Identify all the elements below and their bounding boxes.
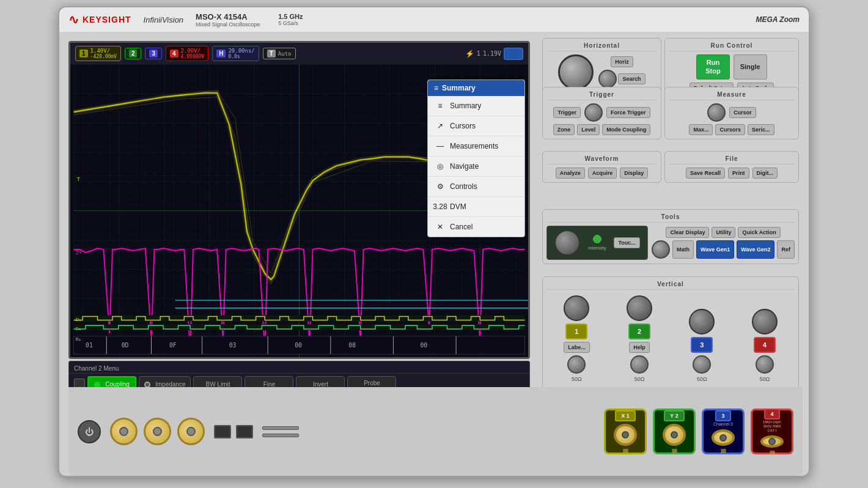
clear-display-button[interactable]: Clear Display <box>666 227 709 238</box>
channel-bar: 1 1.40V/ -420.00mV 2 3 4 2.00V/ 4.00000V <box>70 43 528 64</box>
model-subtitle: Mixed Signal Oscilloscope <box>196 21 260 28</box>
quick-action-button[interactable]: Quick Action <box>738 227 780 238</box>
tools-section: Tools Intensity Touc... Clear Display U <box>542 209 799 264</box>
horizontal-scale-knob[interactable] <box>558 54 594 90</box>
ch4-button[interactable]: 4 <box>754 337 776 353</box>
h-label: H <box>216 50 226 57</box>
touch-button[interactable]: Touc... <box>614 237 639 248</box>
ch3-number: 3 <box>149 50 158 57</box>
probe-label: Probe <box>364 380 380 386</box>
dropdown-item-summary[interactable]: ≡ Summary <box>428 96 524 116</box>
ch3-scale-knob[interactable] <box>689 309 715 335</box>
ch2-scale-knob[interactable] <box>627 295 652 321</box>
connectors-area: ⏻ <box>68 387 803 476</box>
wave-gen1-button[interactable]: Wave Gen1 <box>696 240 734 259</box>
dropdown-item-navigate[interactable]: ◎ Navigate <box>428 157 524 177</box>
math-button[interactable]: Math <box>672 240 694 259</box>
wave-gen2-button[interactable]: Wave Gen2 <box>737 240 774 259</box>
zone-button[interactable]: Zone <box>553 124 575 135</box>
horizontal-position-knob[interactable] <box>598 70 617 88</box>
infiniivision-label: InfiniiVision <box>144 15 184 24</box>
ch1-position-knob[interactable] <box>567 355 586 374</box>
file-section: File Save Recall Print Digit... <box>664 151 799 183</box>
h-time: 20.00ns/ <box>228 48 254 54</box>
waveform-section: Waveform Analyze Acquire Display <box>542 151 661 183</box>
search-button[interactable]: Search <box>618 73 645 84</box>
power-button[interactable]: ⏻ <box>78 420 101 443</box>
ch4-scale-knob[interactable] <box>752 309 778 335</box>
ch4-bnc <box>760 435 784 448</box>
dropdown-summary-label: Summary <box>450 102 481 110</box>
acquire-button[interactable]: Acquire <box>588 168 617 179</box>
ch1-button[interactable]: 1 <box>565 323 587 339</box>
utility-button[interactable]: Utility <box>712 227 735 238</box>
ch2-num-label: 2 <box>675 413 679 419</box>
dropdown-item-dvm[interactable]: 3.28 DVM <box>428 197 524 217</box>
ch3-position-knob[interactable] <box>693 355 711 374</box>
ch4-position-knob[interactable] <box>756 355 774 374</box>
t-label: T <box>267 50 276 57</box>
run-stop-button[interactable]: RunStop <box>696 54 729 79</box>
ch1-impedance: 50Ω <box>572 376 582 382</box>
ch1-offset: -420.00mV <box>90 54 117 59</box>
t-badge[interactable]: T Auto <box>263 48 296 59</box>
horiz-button[interactable]: Horiz <box>611 56 633 67</box>
ch4-badge[interactable]: 4 2.00V/ 4.00000V <box>166 46 208 61</box>
dropdown-cancel-label: Cancel <box>450 223 473 231</box>
analyze-button[interactable]: Analyze <box>556 168 585 179</box>
ch3-connector: 3 Channel 3 |||||||||| <box>702 409 745 454</box>
usb-ports <box>214 425 253 438</box>
invert-label: Invert <box>313 381 328 388</box>
keysight-logo: ∿ KEYSIGHT <box>68 12 131 27</box>
run-control-title: Run Control <box>669 42 795 51</box>
max-button[interactable]: Max... <box>689 124 713 135</box>
ch2-teeth: |||||||||| <box>672 448 677 453</box>
level-button[interactable]: Level <box>577 124 600 135</box>
intensity-knob[interactable] <box>554 230 580 256</box>
ch2-position-knob[interactable] <box>630 355 649 374</box>
dropdown-item-cursors[interactable]: ↗ Cursors <box>428 116 524 136</box>
save-recall-button[interactable]: Save Recall <box>686 168 725 179</box>
dropdown-item-measurements[interactable]: — Measurements <box>428 136 524 157</box>
ch1-volts: 1.40V/ <box>90 48 117 54</box>
digit-button[interactable]: Digit... <box>752 168 778 179</box>
ch2-help-button[interactable]: Help <box>629 342 650 353</box>
cursors2-button[interactable]: Cursors <box>715 124 745 135</box>
dropdown-controls-label: Controls <box>450 182 477 191</box>
trigger-level-knob[interactable] <box>584 103 603 122</box>
demo-conn-1 <box>262 426 299 430</box>
force-trigger-button[interactable]: Force Trigger <box>606 107 650 118</box>
display-button[interactable]: Display <box>620 168 648 179</box>
h-badge[interactable]: H 20.00ns/ 0.0s <box>212 46 259 61</box>
display-box: Intensity Touc... <box>546 226 648 260</box>
svg-text:03: 03 <box>229 342 237 349</box>
svg-text:08: 08 <box>348 342 356 349</box>
tools-knob[interactable] <box>652 240 670 259</box>
single-button[interactable]: Single <box>734 54 767 79</box>
measure-knob[interactable] <box>707 103 726 122</box>
dropdown-measurements-label: Measurements <box>450 142 498 150</box>
ch2-button[interactable]: 2 <box>628 323 650 339</box>
trigger-button[interactable]: Trigger <box>553 107 581 118</box>
cursor-button[interactable]: Cursor <box>729 107 756 118</box>
ch1-connector-box: X 1 |||||||||| <box>604 409 647 454</box>
dropdown-header-icon: ≡ <box>434 84 438 92</box>
ch3-impedance: 50Ω <box>697 376 707 382</box>
svg-text:T: T <box>76 176 80 182</box>
ch3-badge[interactable]: 3 <box>145 48 162 59</box>
ch3-button[interactable]: 3 <box>691 337 713 353</box>
ref-button[interactable]: Ref <box>777 240 795 259</box>
ch1-label-button[interactable]: Labe... <box>564 342 590 353</box>
fine-label: Fine <box>263 381 275 388</box>
ch1-scale-knob[interactable] <box>564 295 589 321</box>
ch1-badge[interactable]: 1 1.40V/ -420.00mV <box>75 46 121 61</box>
screen-menu-button[interactable] <box>504 48 523 60</box>
series-button[interactable]: Seric... <box>748 124 774 135</box>
print-button[interactable]: Print <box>728 168 749 179</box>
mode-coupling-button[interactable]: Mode Coupling <box>602 124 650 135</box>
bnc-probe-comp-2 <box>144 418 171 445</box>
dropdown-item-cancel[interactable]: ✕ Cancel <box>428 217 524 237</box>
dropdown-item-controls[interactable]: ⚙ Controls <box>428 177 524 197</box>
dropdown-cursors-label: Cursors <box>450 122 476 130</box>
ch2-badge[interactable]: 2 <box>125 48 142 59</box>
